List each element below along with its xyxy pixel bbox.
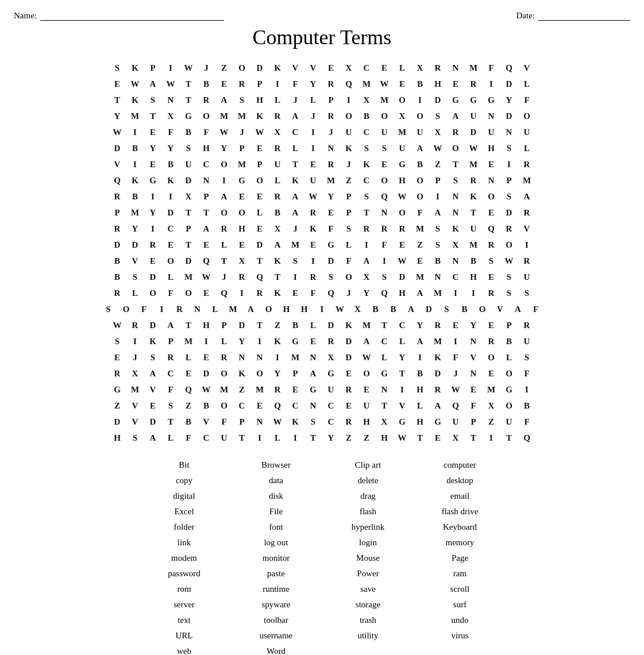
grid-cell: Y (304, 76, 322, 92)
grid-cell: C (233, 398, 251, 414)
word-item: disk (230, 490, 322, 503)
grid-cell: N (304, 398, 322, 414)
grid-cell: S (483, 253, 500, 269)
name-input-line[interactable] (40, 10, 224, 21)
grid-row: RBIIXPAEERAWYPSQWOINKOSA (109, 188, 536, 205)
word-item: text (138, 614, 230, 627)
word-item: folder (138, 521, 230, 534)
word-item: save (322, 583, 414, 596)
grid-cell: Z (269, 317, 287, 333)
grid-cell: F (162, 285, 180, 301)
grid-cell: F (162, 382, 180, 398)
grid-cell: R (171, 301, 188, 317)
grid-cell: A (162, 317, 180, 333)
grid-cell: X (349, 301, 367, 317)
word-item: rom (138, 583, 230, 596)
grid-cell: S (304, 414, 322, 430)
grid-cell: I (376, 253, 394, 269)
grid-cell: I (304, 140, 322, 156)
grid-cell: D (251, 237, 269, 253)
grid-cell: E (251, 221, 269, 237)
grid-cell: U (304, 172, 322, 188)
grid-cell: J (215, 269, 233, 285)
grid-cell: P (251, 156, 269, 172)
grid-cell: F (304, 285, 322, 301)
grid-row: RLOFOEQIRKEFQJYQHAMIIRSS (109, 285, 536, 301)
grid-cell: G (465, 92, 483, 108)
word-item: Word (230, 645, 322, 655)
grid-cell: V (491, 301, 509, 317)
grid-cell: W (447, 382, 465, 398)
grid-cell: N (447, 60, 465, 76)
grid-cell: I (394, 382, 411, 398)
grid-cell: R (109, 365, 126, 382)
word-item: desktop (414, 474, 506, 487)
grid-cell: O (376, 108, 394, 124)
grid-cell: T (304, 430, 322, 446)
grid-cell: S (500, 140, 518, 156)
word-item: flash drive (414, 505, 506, 518)
grid-cell: U (376, 124, 394, 140)
grid-cell: I (251, 430, 269, 446)
grid-cell: E (322, 60, 340, 76)
grid-cell: V (109, 156, 126, 172)
grid-cell: K (162, 172, 180, 188)
grid-cell: V (144, 382, 162, 398)
grid-cell: F (180, 430, 198, 446)
grid-cell: L (269, 172, 287, 188)
grid-cell: S (429, 108, 447, 124)
grid-cell: W (198, 382, 215, 398)
grid-cell: W (331, 301, 349, 317)
grid-cell: O (518, 108, 536, 124)
grid-cell: B (180, 124, 198, 140)
grid-cell: E (287, 382, 304, 398)
grid-cell: D (500, 108, 518, 124)
grid-cell: B (109, 253, 126, 269)
grid-cell: H (394, 172, 411, 188)
grid-cell: G (376, 365, 394, 382)
grid-cell: Q (483, 221, 500, 237)
grid-cell: T (144, 108, 162, 124)
grid-cell: A (144, 430, 162, 446)
word-list-section: BitBrowserClip artcomputercopydatadelete… (14, 458, 630, 655)
grid-cell: D (500, 76, 518, 92)
grid-cell: S (429, 221, 447, 237)
grid-cell: J (198, 60, 215, 76)
grid-cell: R (322, 333, 340, 349)
grid-row: YMTXGOMMKRAJROBOXOSAUNDO (109, 108, 536, 124)
grid-cell: S (518, 349, 536, 365)
date-input-line[interactable] (538, 10, 630, 21)
grid-cell: M (322, 172, 340, 188)
grid-cell: S (358, 188, 376, 205)
grid-cell: L (518, 140, 536, 156)
grid-cell: B (500, 333, 518, 349)
word-item: paste (230, 567, 322, 580)
grid-cell: X (411, 60, 429, 76)
grid-cell: W (304, 188, 322, 205)
grid-cell: W (465, 140, 483, 156)
grid-cell: M (251, 382, 269, 398)
grid-cell: L (269, 92, 287, 108)
grid-cell: F (340, 253, 358, 269)
grid-cell: U (269, 156, 287, 172)
grid-cell: T (376, 317, 394, 333)
grid-cell: E (109, 349, 126, 365)
grid-cell: P (144, 60, 162, 76)
word-item: copy (138, 474, 230, 487)
grid-cell: E (304, 156, 322, 172)
grid-cell: M (180, 333, 198, 349)
word-item: digital (138, 490, 230, 503)
grid-cell: R (518, 205, 536, 221)
grid-cell: R (304, 205, 322, 221)
grid-cell: N (483, 172, 500, 188)
grid-cell: Q (180, 382, 198, 398)
grid-cell: X (483, 398, 500, 414)
grid-cell: T (251, 317, 269, 333)
grid-cell: L (394, 333, 411, 349)
grid-cell: X (162, 108, 180, 124)
grid-cell: Q (269, 398, 287, 414)
grid-cell: Q (518, 430, 536, 446)
word-item: link (138, 536, 230, 549)
grid-cell: O (215, 205, 233, 221)
grid-cell: I (153, 301, 171, 317)
